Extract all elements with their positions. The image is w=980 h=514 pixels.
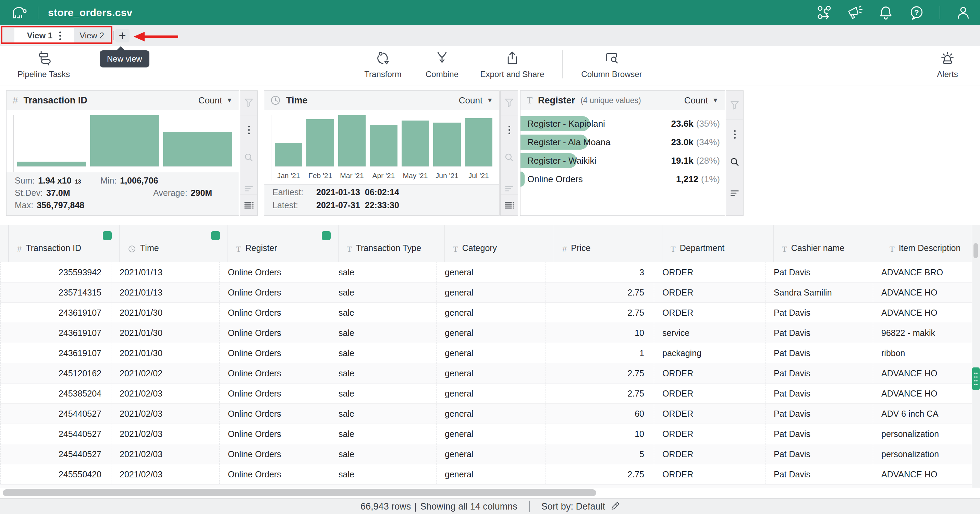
table-cell[interactable]: sale <box>330 343 436 363</box>
table-cell[interactable]: 2.75 <box>546 384 654 403</box>
summary-card-indicator[interactable] <box>211 231 220 240</box>
table-cell[interactable]: general <box>436 303 546 322</box>
table-cell[interactable]: ADV 6 inch CA <box>873 404 980 424</box>
table-cell[interactable]: sale <box>330 262 436 282</box>
summary-card-indicator[interactable] <box>322 231 331 240</box>
table-cell[interactable]: personalization <box>873 424 980 444</box>
table-cell[interactable]: 243619107 <box>0 323 111 343</box>
sort-values-icon[interactable] <box>503 183 515 195</box>
column-header-register[interactable]: TRegister <box>228 225 338 262</box>
table-cell[interactable]: sale <box>330 424 436 444</box>
column-header-cashier-name[interactable]: TCashier name <box>773 225 881 262</box>
table-cell[interactable]: ORDER <box>654 464 765 484</box>
table-row[interactable]: 72453852042021/02/03Online Orderssalegen… <box>0 384 980 404</box>
combine-button[interactable]: Combine <box>415 51 469 79</box>
table-row[interactable]: 22357143152021/01/13Online Orderssalegen… <box>0 282 980 303</box>
table-cell[interactable]: 2021/02/03 <box>111 384 219 403</box>
table-cell[interactable]: 2021/01/13 <box>111 282 219 302</box>
card-list-view-icon[interactable] <box>243 199 255 211</box>
table-cell[interactable]: general <box>436 444 546 464</box>
table-cell[interactable]: Online Orders <box>219 384 330 403</box>
table-cell[interactable]: ADVANCE BRO <box>873 262 980 282</box>
histogram-bar[interactable] <box>90 115 159 167</box>
table-cell[interactable]: Online Orders <box>219 323 330 343</box>
export-share-button[interactable]: Export and Share <box>469 51 555 79</box>
register-value-row[interactable]: Register - Ala Moana23.0k(34%) <box>520 134 725 150</box>
card-menu-kebab-icon[interactable] <box>734 130 736 139</box>
mammoth-logo-icon[interactable] <box>12 5 27 19</box>
aggregate-dropdown[interactable]: Count ▼ <box>684 95 719 106</box>
register-value-row[interactable]: Register - Waikiki19.1k(28%) <box>520 153 725 168</box>
filter-icon[interactable] <box>503 97 515 109</box>
help-icon[interactable]: ? <box>909 5 924 21</box>
table-cell[interactable]: 5 <box>546 444 654 464</box>
table-cell[interactable]: sale <box>330 384 436 403</box>
table-cell[interactable]: Online Orders <box>219 424 330 444</box>
table-cell[interactable]: 2021/02/02 <box>111 363 219 383</box>
column-header-category[interactable]: TCategory <box>444 225 554 262</box>
table-cell[interactable]: 2021/02/03 <box>111 444 219 464</box>
card-list-view-icon[interactable] <box>503 199 515 211</box>
table-cell[interactable]: 243619107 <box>0 303 111 322</box>
register-value-row[interactable]: Register - Kapiolani23.6k(35%) <box>520 116 725 132</box>
summary-card-indicator[interactable] <box>103 231 112 240</box>
table-cell[interactable]: general <box>436 282 546 302</box>
table-cell[interactable]: 2021/02/03 <box>111 464 219 484</box>
table-cell[interactable]: sale <box>330 323 436 343</box>
table-cell[interactable]: general <box>436 404 546 424</box>
table-row[interactable]: 92454405272021/02/03Online Orderssalegen… <box>0 424 980 444</box>
table-cell[interactable]: general <box>436 343 546 363</box>
table-cell[interactable]: 10 <box>546 323 654 343</box>
table-cell[interactable]: sale <box>330 464 436 484</box>
histogram-bar[interactable] <box>402 121 429 167</box>
tab-view-2[interactable]: View 2 <box>74 28 110 43</box>
alerts-button[interactable]: Alerts <box>918 51 977 79</box>
histogram-bar[interactable] <box>338 115 366 167</box>
table-cell[interactable]: Pat Davis <box>765 323 873 343</box>
table-cell[interactable]: 60 <box>546 404 654 424</box>
table-cell[interactable]: Pat Davis <box>765 444 873 464</box>
histogram-bar[interactable] <box>433 122 461 167</box>
table-cell[interactable]: 245120162 <box>0 363 111 383</box>
table-cell[interactable]: service <box>654 323 765 343</box>
table-cell[interactable]: ADVANCE HO <box>873 303 980 322</box>
histogram-bar[interactable] <box>17 162 86 167</box>
sort-control[interactable]: Sort by: Default <box>541 501 619 512</box>
table-cell[interactable]: ADVANCE HO <box>873 464 980 484</box>
add-view-button[interactable]: + <box>115 29 129 43</box>
table-cell[interactable]: ORDER <box>654 384 765 403</box>
table-cell[interactable]: 2021/02/03 <box>111 404 219 424</box>
table-cell[interactable]: 2021/02/03 <box>111 424 219 444</box>
column-header-time[interactable]: Time <box>119 225 228 262</box>
column-header-price[interactable]: #Price <box>554 225 662 262</box>
table-cell[interactable]: 245550420 <box>0 464 111 484</box>
table-cell[interactable]: 96822 - makik <box>873 323 980 343</box>
table-row[interactable]: 82454405272021/02/03Online Orderssalegen… <box>0 404 980 424</box>
filter-icon[interactable] <box>729 99 740 111</box>
table-cell[interactable]: sale <box>330 444 436 464</box>
vertical-scrollbar-thumb[interactable] <box>974 243 978 258</box>
histogram-bar[interactable] <box>306 119 334 167</box>
search-values-icon[interactable] <box>503 152 515 164</box>
table-cell[interactable]: 2021/01/13 <box>111 262 219 282</box>
table-cell[interactable]: sale <box>330 282 436 302</box>
table-cell[interactable]: 2021/01/30 <box>111 303 219 322</box>
pipeline-tasks-button[interactable]: Pipeline Tasks <box>14 51 74 79</box>
table-cell[interactable]: personalization <box>873 444 980 464</box>
table-cell[interactable]: ORDER <box>654 363 765 383</box>
table-cell[interactable]: 3 <box>546 262 654 282</box>
table-cell[interactable]: ORDER <box>654 444 765 464</box>
table-cell[interactable]: general <box>436 384 546 403</box>
table-cell[interactable]: Online Orders <box>219 343 330 363</box>
filter-icon[interactable] <box>243 97 255 109</box>
sort-values-icon[interactable] <box>243 183 255 195</box>
table-cell[interactable]: 235593942 <box>0 262 111 282</box>
table-cell[interactable]: Online Orders <box>219 282 330 302</box>
search-values-icon[interactable] <box>243 152 255 164</box>
table-cell[interactable]: sale <box>330 363 436 383</box>
table-cell[interactable]: Online Orders <box>219 464 330 484</box>
table-cell[interactable]: Online Orders <box>219 303 330 322</box>
column-header-item-description[interactable]: TItem Description <box>881 225 980 262</box>
register-value-row[interactable]: Online Orders1,212(1%) <box>520 171 725 187</box>
histogram-bar[interactable] <box>370 125 397 167</box>
